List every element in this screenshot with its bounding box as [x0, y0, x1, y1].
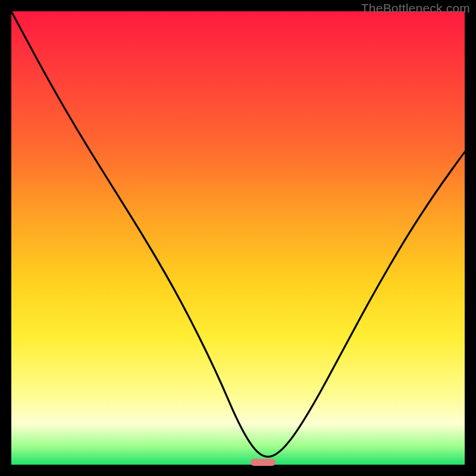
bottleneck-curve — [11, 11, 465, 465]
watermark-text: TheBottleneck.com — [361, 1, 470, 15]
chart-frame: TheBottleneck.com — [0, 0, 476, 476]
plot-area — [11, 11, 465, 465]
min-marker — [250, 459, 275, 466]
